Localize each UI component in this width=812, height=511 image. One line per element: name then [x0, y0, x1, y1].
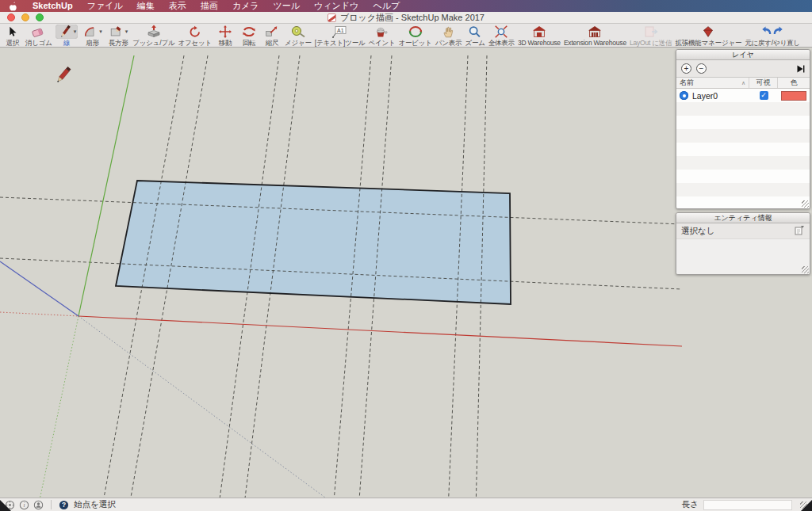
tool-select-cursor[interactable]: 選択	[2, 24, 24, 47]
tool-line-pencil[interactable]: ▾線	[54, 24, 80, 47]
entity-details-icon[interactable]	[795, 224, 805, 238]
tool-text-tool[interactable]: A1[テキスト]ツール	[313, 24, 367, 47]
entity-info-header[interactable]: エンティティ情報	[676, 213, 810, 223]
tool-label: 長方形	[109, 39, 128, 47]
dropdown-caret-icon[interactable]: ▾	[74, 29, 77, 35]
add-layer-button[interactable]: +	[681, 63, 691, 74]
menu-item-表示[interactable]: 表示	[169, 0, 186, 12]
entity-selection-status: 選択なし	[681, 226, 715, 237]
close-window-button[interactable]	[7, 13, 15, 21]
tool-3d-warehouse[interactable]: 3D Warehouse	[516, 24, 562, 47]
layers-column-headers: 名前 ∧ 可視 色	[676, 77, 810, 89]
layer-row[interactable]: Layer0 ✓	[676, 89, 810, 102]
rotate-icon	[240, 25, 258, 39]
panel-resize-grip[interactable]	[802, 266, 809, 273]
sort-indicator: ∧	[741, 80, 745, 86]
layer-name: Layer0	[692, 91, 718, 101]
tool-paint-bucket[interactable]: ペイント	[366, 24, 396, 47]
red-axis	[79, 316, 682, 346]
svg-text:?: ?	[62, 501, 66, 509]
help-icon[interactable]: ?	[59, 500, 69, 510]
send-to-layout-icon	[642, 25, 660, 39]
layer-color-swatch[interactable]	[781, 91, 806, 101]
blue-axis-negative	[79, 316, 349, 498]
menu-item-ウィンドウ[interactable]: ウィンドウ	[314, 0, 358, 12]
column-header-name[interactable]: 名前 ∧	[676, 78, 749, 88]
tool-send-to-layout[interactable]: LayOut に送信	[628, 24, 673, 47]
extension-warehouse-icon	[586, 25, 603, 39]
tool-label: LayOut に送信	[630, 39, 672, 47]
tool-label: メジャー	[285, 39, 312, 47]
entity-info-panel: エンティティ情報 選択なし	[676, 212, 810, 275]
column-header-visible[interactable]: 可視	[749, 78, 778, 88]
tool-rotate[interactable]: 回転	[237, 24, 261, 47]
red-axis-negative	[0, 312, 79, 316]
measurement-label: 長さ	[682, 499, 699, 510]
tool-zoom-extents[interactable]: 全体表示	[487, 24, 516, 47]
menu-item-編集[interactable]: 編集	[137, 0, 155, 12]
eraser-icon	[30, 25, 48, 39]
tool-label: Extension Warehouse	[564, 39, 626, 47]
minimize-window-button[interactable]	[21, 13, 29, 21]
tool-label: 全体表示	[488, 39, 515, 47]
push-pull-icon	[145, 25, 163, 39]
tape-measure-icon	[289, 25, 307, 39]
arc-pie-icon	[82, 25, 98, 39]
zoom-window-button[interactable]	[36, 13, 44, 21]
layers-panel-header[interactable]: レイヤ	[676, 50, 810, 60]
menu-item-app[interactable]: SketchUp	[33, 0, 73, 12]
undo-icon	[762, 26, 771, 34]
tool-extension-manager[interactable]: 拡張機能マネージャー	[673, 24, 743, 47]
tool-eraser[interactable]: 消しゴム	[24, 24, 54, 47]
layers-panel: レイヤ + − 名前 ∧ 可視 色 Layer0 ✓	[676, 49, 810, 209]
status-bar: i? 始点を選択 長さ	[0, 498, 812, 511]
window-title: ブロック描画 - SketchUp Make 2017	[340, 12, 485, 24]
measurement-input[interactable]	[703, 500, 792, 510]
menu-item-カメラ[interactable]: カメラ	[232, 0, 259, 12]
menu-item-ファイル[interactable]: ファイル	[87, 0, 123, 12]
tool-rectangle-shape[interactable]: ▾長方形	[105, 24, 132, 47]
menu-item-ヘルプ[interactable]: ヘルプ	[373, 0, 400, 12]
green-axis-negative	[37, 316, 79, 498]
remove-layer-button[interactable]: −	[696, 63, 707, 74]
tool-label: 拡張機能マネージャー	[675, 39, 741, 47]
tool-scale[interactable]: 縮尺	[261, 24, 283, 47]
tool-zoom[interactable]: ズーム	[463, 24, 486, 47]
tool-offset[interactable]: オフセット	[177, 24, 214, 47]
zoom-extents-icon	[493, 25, 509, 39]
credits-icon[interactable]: i	[19, 500, 29, 510]
blue-axis	[0, 261, 79, 316]
dropdown-caret-icon[interactable]: ▾	[125, 29, 128, 35]
dropdown-caret-icon[interactable]: ▾	[99, 29, 102, 35]
layer-visible-checkbox[interactable]: ✓	[760, 91, 768, 100]
sign-in-icon[interactable]	[33, 500, 44, 510]
panel-resize-grip[interactable]	[802, 200, 809, 208]
orbit-icon	[407, 25, 424, 39]
menu-item-ツール[interactable]: ツール	[274, 0, 301, 12]
tool-label: 回転	[243, 39, 256, 47]
tool-arc-pie[interactable]: ▾扇形	[79, 24, 105, 47]
menu-item-描画[interactable]: 描画	[201, 0, 218, 12]
tool-undo-redo[interactable]: 元に戻す/やり直し	[743, 24, 802, 47]
column-header-color[interactable]: 色	[778, 78, 810, 88]
layer-details-icon[interactable]	[796, 64, 805, 74]
layers-list: Layer0 ✓	[676, 89, 810, 208]
tool-extension-warehouse[interactable]: Extension Warehouse	[562, 24, 628, 47]
tool-move[interactable]: 移動	[213, 24, 237, 47]
tool-label: [テキスト]ツール	[315, 39, 366, 47]
tool-tape-measure[interactable]: メジャー	[283, 24, 313, 47]
tool-label: 移動	[219, 39, 232, 47]
tool-push-pull[interactable]: プッシュ/プル	[131, 24, 176, 47]
tool-label: ペイント	[368, 39, 395, 47]
tool-pan-hand[interactable]: パン表示	[434, 24, 464, 47]
apple-menu-icon[interactable]	[8, 1, 18, 11]
status-separator	[51, 500, 52, 509]
layer-active-radio[interactable]	[680, 91, 688, 100]
tool-label: 縮尺	[266, 39, 279, 47]
zoom-icon	[467, 25, 483, 39]
line-pencil-icon	[57, 25, 73, 39]
tool-label: 扇形	[86, 39, 99, 47]
sketchup-window: SketchUpファイル編集表示描画カメラツールウィンドウヘルプ ブロック描画 …	[0, 0, 812, 511]
select-cursor-icon	[5, 25, 21, 39]
tool-orbit[interactable]: オービット	[396, 24, 433, 47]
